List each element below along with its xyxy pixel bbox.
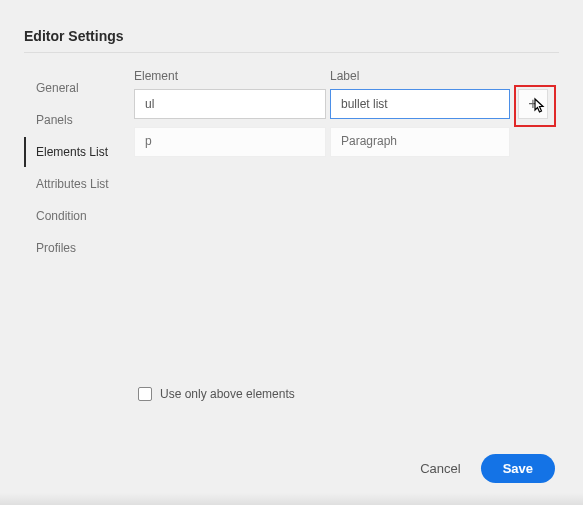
checkbox-label: Use only above elements: [160, 387, 295, 401]
save-button[interactable]: Save: [481, 454, 555, 483]
sidebar-item-profiles[interactable]: Profiles: [24, 233, 132, 263]
column-header-element: Element: [134, 69, 326, 83]
use-only-above-checkbox[interactable]: [138, 387, 152, 401]
sidebar-item-general[interactable]: General: [24, 73, 132, 103]
checkbox-row: Use only above elements: [138, 387, 559, 401]
sidebar-item-panels[interactable]: Panels: [24, 105, 132, 135]
sidebar: General Panels Elements List Attributes …: [24, 69, 132, 401]
element-row: p Paragraph: [134, 127, 559, 157]
page-title: Editor Settings: [24, 28, 559, 44]
plus-icon: +: [528, 95, 537, 113]
sidebar-item-elements-list[interactable]: Elements List: [24, 137, 132, 167]
column-header-label: Label: [330, 69, 510, 83]
element-input[interactable]: [134, 89, 326, 119]
sidebar-item-attributes-list[interactable]: Attributes List: [24, 169, 132, 199]
main-panel: Element Label + p Paragraph: [132, 69, 559, 401]
cancel-button[interactable]: Cancel: [420, 461, 460, 476]
label-input[interactable]: [330, 89, 510, 119]
footer: Cancel Save: [420, 454, 555, 483]
element-cell[interactable]: p: [134, 127, 326, 157]
divider: [24, 52, 559, 53]
shadow-decoration: [0, 493, 583, 505]
element-row: +: [134, 89, 559, 119]
add-button[interactable]: +: [518, 89, 548, 119]
sidebar-item-condition[interactable]: Condition: [24, 201, 132, 231]
label-cell[interactable]: Paragraph: [330, 127, 510, 157]
